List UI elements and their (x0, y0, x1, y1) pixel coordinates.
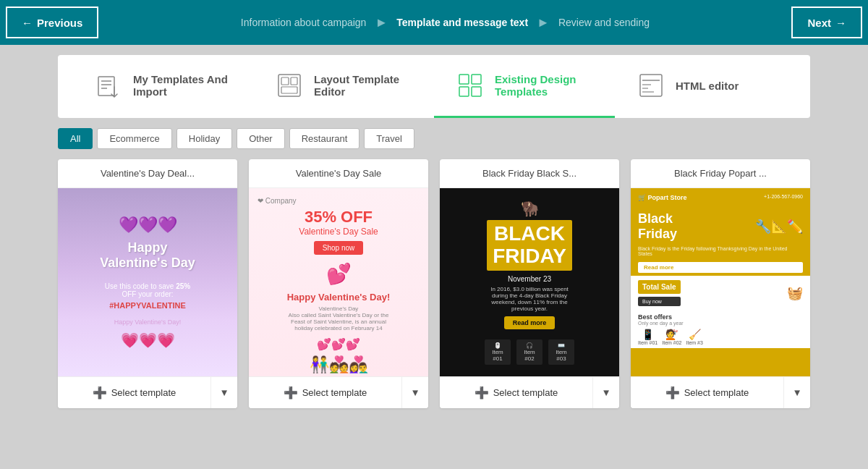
svg-rect-10 (459, 87, 469, 96)
plus-icon-bf1: ➕ (475, 386, 489, 400)
breadcrumb: Information about campaign ► Template an… (241, 15, 650, 30)
template-preview-val1: 💜💜💜 HappyValentine's Day Use this code t… (58, 188, 237, 376)
next-button[interactable]: Next → (791, 7, 862, 38)
select-template-val1[interactable]: ➕ Select template (58, 377, 211, 408)
svg-rect-7 (281, 87, 297, 93)
template-grid: Valentine's Day Deal... 💜💜💜 HappyValenti… (58, 159, 810, 408)
filter-bar: All Ecommerce Holiday Other Restaurant T… (58, 128, 810, 149)
svg-rect-11 (472, 87, 481, 96)
template-card-val1: Valentine's Day Deal... 💜💜💜 HappyValenti… (58, 159, 237, 408)
plus-icon-val2: ➕ (284, 386, 298, 400)
select-label-val1: Select template (111, 387, 176, 398)
layout-icon (275, 71, 304, 100)
breadcrumb-sep-1: ► (375, 15, 388, 30)
grid-icon (456, 71, 485, 100)
tab-existing-design[interactable]: Existing Design Templates (434, 55, 615, 118)
filter-travel[interactable]: Travel (364, 128, 414, 149)
hearts-decoration: 💜💜💜 (119, 216, 177, 234)
plus-icon-val1: ➕ (93, 386, 107, 400)
template-title-val2: Valentine's Day Sale (249, 159, 428, 188)
svg-rect-8 (459, 75, 469, 84)
tab-existing-design-label: Existing Design Templates (495, 73, 593, 98)
select-dropdown-bf1[interactable]: ▼ (593, 377, 619, 408)
select-template-val2[interactable]: ➕ Select template (249, 377, 402, 408)
tab-section: My Templates And Import Layout Template … (58, 55, 810, 118)
svg-rect-9 (472, 75, 481, 84)
template-card-bfp: Black Friday Popart ... 🛒 Popart Store +… (631, 159, 810, 408)
tab-my-templates[interactable]: My Templates And Import (72, 55, 253, 118)
select-template-bf1[interactable]: ➕ Select template (440, 377, 593, 408)
filter-ecommerce[interactable]: Ecommerce (97, 128, 171, 149)
select-template-bfp[interactable]: ➕ Select template (631, 377, 784, 408)
breadcrumb-sep-2: ► (537, 15, 550, 30)
select-dropdown-val1[interactable]: ▼ (211, 377, 237, 408)
breadcrumb-step-3: Review and sending (558, 17, 650, 28)
select-label-bf1: Select template (493, 387, 558, 398)
breadcrumb-step-2: Template and message text (396, 17, 528, 28)
template-card-val2: Valentine's Day Sale ❤ Company 35% OFF V… (249, 159, 428, 408)
import-icon (94, 71, 123, 100)
svg-rect-12 (640, 75, 662, 96)
tab-layout-editor-label: Layout Template Editor (314, 73, 412, 98)
previous-label: Previous (37, 17, 82, 29)
template-title-bfp: Black Friday Popart ... (631, 159, 810, 188)
tab-html-editor[interactable]: HTML editor (615, 55, 796, 118)
tab-layout-editor[interactable]: Layout Template Editor (253, 55, 434, 118)
tabs-container: My Templates And Import Layout Template … (58, 55, 810, 118)
breadcrumb-step-1: Information about campaign (241, 17, 367, 28)
svg-rect-0 (98, 77, 114, 96)
tab-html-editor-label: HTML editor (676, 80, 739, 92)
filter-other[interactable]: Other (237, 128, 285, 149)
select-label-val2: Select template (302, 387, 367, 398)
template-preview-bfp: 🛒 Popart Store +1-206-567-0960 BlackFrid… (631, 188, 810, 376)
tab-my-templates-label: My Templates And Import (133, 73, 231, 98)
template-title-val1: Valentine's Day Deal... (58, 159, 237, 188)
arrow-right-icon: → (835, 17, 846, 29)
top-bar: ← Previous Information about campaign ► … (0, 0, 868, 45)
select-label-bfp: Select template (684, 387, 749, 398)
select-dropdown-val2[interactable]: ▼ (402, 377, 428, 408)
select-btn-row-val1: ➕ Select template ▼ (58, 376, 237, 408)
template-card-bf1: Black Friday Black S... 🦬 BLACKFRIDAY No… (440, 159, 619, 408)
chevron-down-icon-bfp: ▼ (792, 387, 801, 398)
filter-holiday[interactable]: Holiday (176, 128, 232, 149)
svg-rect-5 (281, 77, 289, 85)
select-btn-row-bf1: ➕ Select template ▼ (440, 376, 619, 408)
select-btn-row-bfp: ➕ Select template ▼ (631, 376, 810, 408)
plus-icon-bfp: ➕ (665, 386, 680, 400)
template-preview-val2: ❤ Company 35% OFF Valentine's Day Sale S… (249, 188, 428, 376)
previous-button[interactable]: ← Previous (6, 7, 98, 38)
svg-rect-6 (291, 77, 297, 85)
chevron-down-icon-val2: ▼ (410, 387, 420, 398)
template-title-bf1: Black Friday Black S... (440, 159, 619, 188)
arrow-left-icon: ← (22, 17, 33, 29)
chevron-down-icon-val1: ▼ (219, 387, 229, 398)
html-icon (637, 71, 665, 100)
filter-all[interactable]: All (58, 128, 93, 149)
select-dropdown-bfp[interactable]: ▼ (784, 377, 810, 408)
chevron-down-icon-bf1: ▼ (601, 387, 610, 398)
next-label: Next (807, 17, 831, 29)
template-preview-bf1: 🦬 BLACKFRIDAY November 23 In 2016, $3.0 … (440, 188, 619, 376)
filter-restaurant[interactable]: Restaurant (289, 128, 360, 149)
select-btn-row-val2: ➕ Select template ▼ (249, 376, 428, 408)
